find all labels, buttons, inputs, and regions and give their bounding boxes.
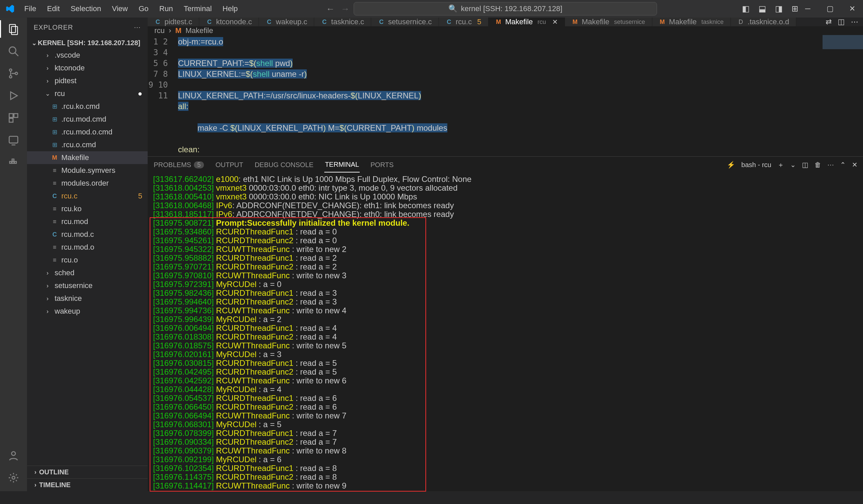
- panel-tabs: PROBLEMS5OUTPUTDEBUG CONSOLETERMINALPORT…: [148, 157, 863, 173]
- terminal-line: [316975.970810] RCUWTThreadFunc : write …: [153, 271, 858, 280]
- breadcrumb-part[interactable]: rcu: [154, 26, 165, 35]
- explorer-icon[interactable]: [6, 22, 21, 36]
- folder-tasknice[interactable]: ›tasknice: [27, 292, 148, 305]
- timeline-section[interactable]: › TIMELINE: [27, 478, 148, 491]
- tab-Makefile-setusernice[interactable]: MMakefilesetusernice: [565, 17, 652, 26]
- file-.rcu.o.cmd[interactable]: ⊞.rcu.o.cmd: [27, 139, 148, 151]
- folder-.vscode[interactable]: ›.vscode: [27, 49, 148, 62]
- terminal-content[interactable]: [313617.662402] e1000: eth1 NIC Link is …: [148, 173, 863, 492]
- panel-tab-output[interactable]: OUTPUT: [215, 158, 244, 172]
- terminal-line: [316976.090334] RCURDThreadFunc2 : read …: [153, 438, 858, 447]
- menu-file[interactable]: File: [20, 2, 41, 15]
- more-icon[interactable]: ⋯: [827, 161, 834, 169]
- split-terminal-icon[interactable]: ◫: [802, 161, 809, 169]
- file-Module.symvers[interactable]: ≡Module.symvers: [27, 164, 148, 177]
- more-actions-icon[interactable]: ⋯: [851, 17, 858, 26]
- breadcrumb[interactable]: rcu › M Makefile: [148, 26, 863, 35]
- file-rcu.c[interactable]: Crcu.c5: [27, 190, 148, 203]
- terminal-dropdown-icon[interactable]: ⌄: [790, 161, 796, 169]
- settings-gear-icon[interactable]: [6, 470, 21, 485]
- customize-layout-icon[interactable]: ⊞: [790, 4, 800, 13]
- panel-tab-terminal[interactable]: TERMINAL: [324, 157, 360, 172]
- maximize-panel-icon[interactable]: ⌃: [840, 161, 846, 169]
- folder-setusernice[interactable]: ›setusernice: [27, 279, 148, 292]
- panel-bottom-icon[interactable]: ⬓: [757, 4, 767, 13]
- minimap[interactable]: [823, 35, 863, 156]
- menu-go[interactable]: Go: [134, 2, 153, 15]
- nav-forward-icon[interactable]: →: [341, 4, 350, 14]
- remote-explorer-icon[interactable]: [6, 133, 21, 147]
- menu-view[interactable]: View: [107, 2, 133, 15]
- folder-pidtest[interactable]: ›pidtest: [27, 75, 148, 87]
- status-bar[interactable]: [0, 491, 863, 504]
- folder-rcu[interactable]: ⌄rcu: [27, 87, 148, 100]
- explorer-root-label: KERNEL [SSH: 192.168.207.128]: [38, 39, 140, 47]
- file-rcu.mod.o[interactable]: ≡rcu.mod.o: [27, 241, 148, 254]
- menu-edit[interactable]: Edit: [42, 2, 64, 15]
- explorer-more-icon[interactable]: ⋯: [134, 23, 141, 31]
- code-content[interactable]: obj-m:=rcu.o CURRENT_PAHT:=$(shell pwd) …: [178, 35, 447, 156]
- window-maximize[interactable]: ▢: [822, 1, 838, 17]
- close-icon[interactable]: ✕: [552, 18, 558, 26]
- panel-left-icon[interactable]: ◧: [741, 4, 751, 13]
- file-icon: ⊞: [51, 129, 58, 135]
- breadcrumb-part[interactable]: Makefile: [185, 26, 213, 35]
- file-.rcu.mod.o.cmd[interactable]: ⊞.rcu.mod.o.cmd: [27, 126, 148, 139]
- tree-item-label: rcu.ko: [61, 205, 82, 213]
- tab-Makefile-tasknice[interactable]: MMakefiletasknice: [652, 17, 731, 26]
- file-.rcu.ko.cmd[interactable]: ⊞.rcu.ko.cmd: [27, 100, 148, 113]
- tab-Makefile-rcu[interactable]: MMakefilercu✕: [488, 17, 565, 26]
- menu-selection[interactable]: Selection: [66, 2, 106, 15]
- kill-terminal-icon[interactable]: 🗑: [814, 161, 821, 169]
- folder-sched[interactable]: ›sched: [27, 267, 148, 279]
- tab-pidtest.c[interactable]: Cpidtest.c: [148, 17, 199, 26]
- tab-ktconode.c[interactable]: Cktconode.c: [199, 17, 259, 26]
- split-editor-icon[interactable]: ◫: [838, 17, 845, 26]
- nav-back-icon[interactable]: ←: [326, 4, 335, 14]
- panel-tab-debug-console[interactable]: DEBUG CONSOLE: [254, 158, 314, 172]
- command-center-text: kernel [SSH: 192.168.207.128]: [461, 4, 562, 13]
- extensions-icon[interactable]: [6, 111, 21, 125]
- terminal-line: [316976.078399] RCURDThreadFunc1 : read …: [153, 429, 858, 438]
- file-rcu.ko[interactable]: ≡rcu.ko: [27, 203, 148, 215]
- terminal-name[interactable]: bash - rcu: [741, 161, 771, 169]
- minimap-viewport[interactable]: [823, 35, 863, 49]
- code-editor[interactable]: 1 2 3 4 5 6 7 8 9 10 11 obj-m:=rcu.o CUR…: [148, 35, 863, 156]
- file-Makefile[interactable]: MMakefile: [27, 151, 148, 164]
- terminal-line: [316976.018575] RCUWTThreadFunc : write …: [153, 341, 858, 350]
- window-close[interactable]: ✕: [844, 1, 860, 17]
- file-.rcu.mod.cmd[interactable]: ⊞.rcu.mod.cmd: [27, 113, 148, 126]
- file-rcu.mod.c[interactable]: Crcu.mod.c: [27, 228, 148, 241]
- outline-section[interactable]: › OUTLINE: [27, 466, 148, 478]
- search-icon[interactable]: [6, 44, 21, 59]
- run-debug-icon[interactable]: [6, 88, 21, 103]
- window-minimize[interactable]: ─: [800, 1, 816, 17]
- explorer-root[interactable]: ⌄ KERNEL [SSH: 192.168.207.128]: [27, 37, 148, 49]
- chevron-right-icon: ›: [44, 295, 51, 302]
- file-rcu.mod[interactable]: ≡rcu.mod: [27, 215, 148, 228]
- docker-icon[interactable]: [6, 155, 21, 170]
- tab-tasknice.c[interactable]: Ctasknice.c: [314, 17, 371, 26]
- file-rcu.o[interactable]: ≡rcu.o: [27, 254, 148, 267]
- file-modules.order[interactable]: ≡modules.order: [27, 177, 148, 190]
- file-icon: ≡: [51, 257, 58, 263]
- tab-setusernice.c[interactable]: Csetusernice.c: [371, 17, 439, 26]
- new-terminal-icon[interactable]: ＋: [777, 160, 784, 169]
- panel-tab-problems[interactable]: PROBLEMS5: [153, 158, 205, 172]
- terminal-profile-icon[interactable]: ⚡: [727, 161, 735, 169]
- command-center[interactable]: 🔍 kernel [SSH: 192.168.207.128]: [354, 2, 657, 15]
- menu-run[interactable]: Run: [155, 2, 178, 15]
- tab-rcu.c[interactable]: Crcu.c5: [439, 17, 488, 26]
- tab-wakeup.c[interactable]: Cwakeup.c: [259, 17, 314, 26]
- panel-right-icon[interactable]: ◨: [774, 4, 784, 13]
- source-control-icon[interactable]: [6, 66, 21, 81]
- folder-ktconode[interactable]: ›ktconode: [27, 62, 148, 75]
- panel-tab-ports[interactable]: PORTS: [370, 158, 395, 172]
- folder-wakeup[interactable]: ›wakeup: [27, 305, 148, 318]
- menu-help[interactable]: Help: [218, 2, 242, 15]
- menu-terminal[interactable]: Terminal: [179, 2, 216, 15]
- accounts-icon[interactable]: [6, 448, 21, 463]
- close-panel-icon[interactable]: ✕: [852, 161, 858, 169]
- tab-.tasknice.o.d[interactable]: D.tasknice.o.d: [731, 17, 797, 26]
- compare-icon[interactable]: ⇄: [826, 17, 831, 26]
